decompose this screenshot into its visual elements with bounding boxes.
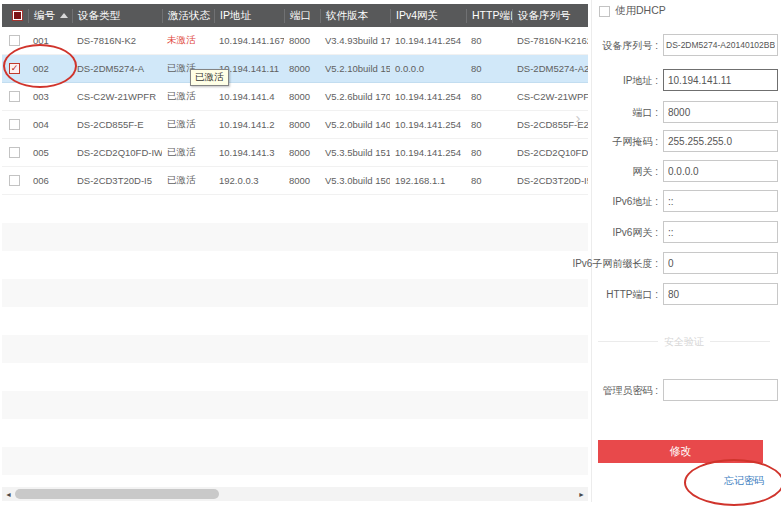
cell-ipv4-gateway: 10.194.141.254 bbox=[390, 35, 466, 46]
header-cell-port[interactable]: 端口 bbox=[284, 9, 320, 23]
forgot-password-link[interactable]: 忘记密码 bbox=[724, 474, 764, 488]
ipv6-gateway-input[interactable] bbox=[663, 221, 778, 243]
sort-ascending-icon bbox=[60, 13, 68, 18]
header-cell-http-port[interactable]: HTTP端口 bbox=[466, 9, 512, 23]
header-cell-ip-address[interactable]: IP地址 bbox=[214, 9, 284, 23]
dhcp-label: 使用DHCP bbox=[615, 4, 666, 18]
table-row[interactable]: 004 DS-2CD855F-E 已激活 10.194.141.2 8000 V… bbox=[2, 111, 588, 139]
header-label-activation-status: 激活状态 bbox=[168, 9, 210, 23]
header-label-serial-number: 设备序列号 bbox=[518, 9, 571, 23]
empty-row bbox=[2, 279, 588, 307]
serial-number-input[interactable] bbox=[663, 34, 778, 56]
gateway-input[interactable] bbox=[663, 160, 778, 182]
empty-row bbox=[2, 223, 588, 251]
table-row-selected[interactable]: ✓ 002 DS-2DM5274-A 已激活 10.194.141.11 800… bbox=[2, 55, 588, 83]
field-row-gateway: 网关 : bbox=[592, 160, 781, 182]
cell-checkbox bbox=[2, 91, 28, 102]
security-section-label: 安全验证 bbox=[658, 335, 710, 349]
header-label-ipv4-gateway: IPv4网关 bbox=[396, 9, 438, 23]
cell-number: 002 bbox=[28, 63, 72, 74]
field-row-subnet-mask: 子网掩码 : bbox=[592, 130, 781, 152]
security-section-divider: 安全验证 bbox=[598, 341, 770, 342]
http-port-input[interactable] bbox=[663, 283, 778, 305]
header-label-number: 编号 bbox=[34, 9, 55, 23]
header-cell-serial-number[interactable]: 设备序列号 bbox=[512, 9, 588, 23]
empty-row bbox=[2, 307, 588, 335]
subnet-mask-input[interactable] bbox=[663, 130, 778, 152]
ip-address-input[interactable] bbox=[663, 69, 778, 91]
admin-password-input[interactable] bbox=[663, 379, 778, 401]
field-label-ipv6-gateway: IPv6网关 : bbox=[612, 226, 658, 240]
field-row-ipv6-gateway: IPv6网关 : bbox=[592, 221, 781, 243]
cell-device-type: DS-2CD2Q10FD-IW bbox=[72, 147, 162, 158]
scrollbar-thumb[interactable] bbox=[15, 489, 219, 499]
cell-number: 004 bbox=[28, 119, 72, 130]
modify-network-panel: 使用DHCP 设备序列号 : IP地址 : 端口 : 子网掩码 : 网关 : I… bbox=[592, 0, 781, 510]
table-row[interactable]: 001 DS-7816N-K2 未激活 10.194.141.167 8000 … bbox=[2, 27, 588, 55]
cell-checkbox bbox=[2, 147, 28, 158]
ipv6-prefix-length-input[interactable] bbox=[663, 252, 778, 274]
port-input[interactable] bbox=[663, 101, 778, 123]
row-checkbox-checked[interactable]: ✓ bbox=[9, 63, 20, 74]
scroll-left-arrow-icon[interactable]: ◄ bbox=[5, 490, 12, 499]
table-row[interactable]: 005 DS-2CD2Q10FD-IW 已激活 10.194.141.3 800… bbox=[2, 139, 588, 167]
select-all-checkbox[interactable] bbox=[12, 10, 23, 21]
header-cell-ipv4-gateway[interactable]: IPv4网关 bbox=[390, 9, 466, 23]
cell-number: 001 bbox=[28, 35, 72, 46]
cell-ipv4-gateway: 10.194.141.254 bbox=[390, 119, 466, 130]
header-cell-software-version[interactable]: 软件版本 bbox=[320, 9, 390, 23]
row-checkbox[interactable] bbox=[9, 35, 20, 46]
field-label-serial: 设备序列号 : bbox=[602, 39, 658, 53]
horizontal-scrollbar[interactable]: ◄ ► bbox=[2, 487, 588, 501]
empty-row bbox=[2, 335, 588, 363]
empty-row bbox=[2, 251, 588, 279]
field-label-admin-password: 管理员密码 : bbox=[602, 384, 658, 398]
chevron-right-icon: › bbox=[576, 109, 581, 126]
cell-http-port: 80 bbox=[466, 147, 512, 158]
header-cell-activation-status[interactable]: 激活状态 bbox=[162, 9, 214, 23]
cell-http-port: 80 bbox=[466, 35, 512, 46]
cell-number: 005 bbox=[28, 147, 72, 158]
field-label-ipv6-address: IPv6地址 : bbox=[612, 195, 658, 209]
field-row-admin-password: 管理员密码 : bbox=[592, 379, 781, 401]
modify-button[interactable]: 修改 bbox=[598, 440, 763, 463]
dhcp-checkbox[interactable] bbox=[599, 6, 610, 17]
cell-serial-number: DS-2DM5274-A20140102BBCH bbox=[512, 63, 588, 74]
cell-port: 8000 bbox=[284, 147, 320, 158]
cell-device-type: DS-7816N-K2 bbox=[72, 35, 162, 46]
cell-software-version: V3.4.93build 170... bbox=[320, 35, 390, 46]
scroll-right-arrow-icon[interactable]: ► bbox=[578, 490, 585, 499]
field-label-http-port: HTTP端口 : bbox=[606, 288, 658, 302]
table-row[interactable]: 003 CS-C2W-21WPFR 已激活 10.194.141.4 8000 … bbox=[2, 83, 588, 111]
panel-collapse-handle[interactable]: › bbox=[570, 98, 586, 136]
header-cell-select-all[interactable] bbox=[2, 10, 28, 21]
cell-http-port: 80 bbox=[466, 63, 512, 74]
row-checkbox[interactable] bbox=[9, 91, 20, 102]
empty-row bbox=[2, 447, 588, 475]
field-row-port: 端口 : bbox=[592, 101, 781, 123]
cell-checkbox bbox=[2, 35, 28, 46]
row-checkbox[interactable] bbox=[9, 175, 20, 186]
cell-activation-status: 未激活 bbox=[162, 34, 214, 47]
app-container: 编号 设备类型 激活状态 IP地址 端口 软件版本 IPv4网关 HTTP端口 … bbox=[0, 0, 781, 510]
cell-ipv4-gateway: 0.0.0.0 bbox=[390, 63, 466, 74]
empty-row bbox=[2, 419, 588, 447]
header-cell-device-type[interactable]: 设备类型 bbox=[72, 9, 162, 23]
empty-row bbox=[2, 195, 588, 223]
row-checkbox[interactable] bbox=[9, 147, 20, 158]
row-checkbox[interactable] bbox=[9, 119, 20, 130]
header-cell-number[interactable]: 编号 bbox=[28, 9, 72, 23]
field-row-serial: 设备序列号 : bbox=[592, 34, 781, 56]
field-label-ipv6-prefix: IPv6子网前缀长度 : bbox=[572, 257, 658, 271]
cell-serial-number: DS-7816N-K21620161019CCRF bbox=[512, 35, 588, 46]
cell-software-version: V5.2.6build 1701... bbox=[320, 91, 390, 102]
table-row[interactable]: 006 DS-2CD3T20D-I5 已激活 192.0.0.3 8000 V5… bbox=[2, 167, 588, 195]
field-row-ipv6-address: IPv6地址 : bbox=[592, 190, 781, 212]
activation-status-tooltip: 已激活 bbox=[190, 69, 229, 86]
cell-port: 8000 bbox=[284, 63, 320, 74]
header-label-ip-address: IP地址 bbox=[220, 9, 251, 23]
header-label-software-version: 软件版本 bbox=[326, 9, 368, 23]
ipv6-address-input[interactable] bbox=[663, 190, 778, 212]
cell-ipv4-gateway: 10.194.141.254 bbox=[390, 91, 466, 102]
cell-http-port: 80 bbox=[466, 119, 512, 130]
